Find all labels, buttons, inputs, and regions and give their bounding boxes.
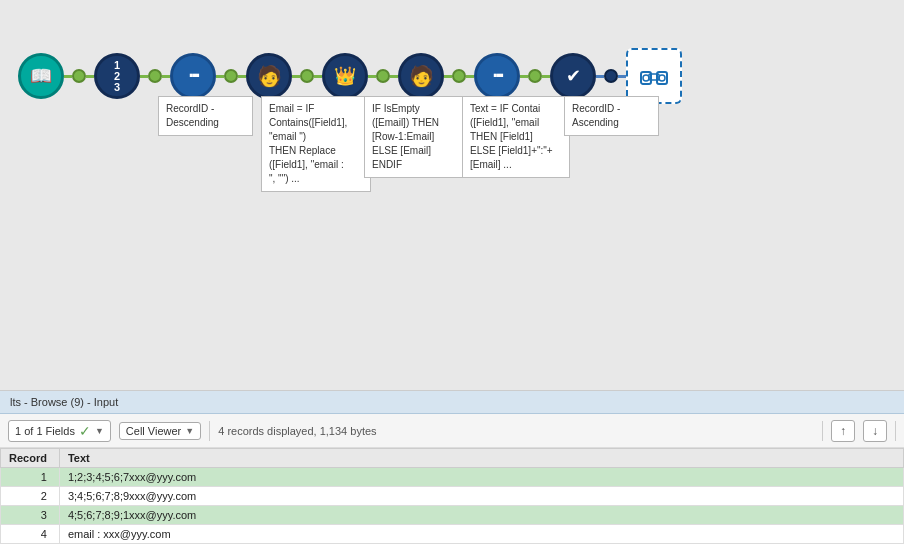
connector-dot: [376, 69, 390, 83]
connector-dot: [224, 69, 238, 83]
dots-icon: ···: [188, 63, 197, 89]
panel-toolbar: 1 of 1 Fields ✓ ▼ Cell Viewer ▼ 4 record…: [0, 414, 904, 448]
cell-text: email : xxx@yyy.com: [59, 525, 903, 544]
workflow-canvas: 📖 123 ··· 🧑: [0, 0, 904, 390]
node-sample1[interactable]: 🧑: [246, 53, 292, 99]
connector-dot2: [604, 69, 618, 83]
tooltip-isempty: IF IsEmpty ([Email]) THEN [Row-1:Email] …: [364, 96, 464, 178]
data-table: Record Text 11;2;3;4;5;6;7xxx@yyy.com23;…: [0, 448, 904, 544]
table-body: 11;2;3;4;5;6;7xxx@yyy.com23;4;5;6;7;8;9x…: [1, 468, 904, 544]
numbers-icon: 123: [114, 60, 120, 93]
column-header-record: Record: [1, 449, 60, 468]
cell-text: 3;4;5;6;7;8;9xxx@yyy.com: [59, 487, 903, 506]
table-row: 11;2;3;4;5;6;7xxx@yyy.com: [1, 468, 904, 487]
toolbar-divider3: [895, 421, 896, 441]
column-header-text: Text: [59, 449, 903, 468]
connector-dot: [72, 69, 86, 83]
cell-record: 3: [1, 506, 60, 525]
viewer-label: Cell Viewer: [126, 425, 181, 437]
binoculars-icon: [639, 64, 669, 88]
tooltip-email-formula: Email = IF Contains([Field1], "email ") …: [261, 96, 371, 192]
book-icon: 📖: [30, 65, 52, 87]
connector-dot: [148, 69, 162, 83]
tooltip-text-formula: Text = IF Contai ([Field1], "email THEN …: [462, 96, 570, 178]
scroll-down-button[interactable]: ↓: [863, 420, 887, 442]
svg-point-3: [643, 75, 649, 81]
connector-dot: [300, 69, 314, 83]
svg-point-4: [659, 75, 665, 81]
cell-text: 1;2;3;4;5;6;7xxx@yyy.com: [59, 468, 903, 487]
node-input[interactable]: 📖: [18, 53, 64, 99]
connector-dot: [452, 69, 466, 83]
results-panel: lts - Browse (9) - Input 1 of 1 Fields ✓…: [0, 390, 904, 551]
node-formula2[interactable]: ···: [474, 53, 520, 99]
viewer-dropdown-arrow: ▼: [185, 426, 194, 436]
table-header-row: Record Text: [1, 449, 904, 468]
node-sample3[interactable]: 🧑: [398, 53, 444, 99]
data-table-container: Record Text 11;2;3;4;5;6;7xxx@yyy.com23;…: [0, 448, 904, 551]
tooltip-recordid-asc: RecordID - Ascending: [564, 96, 659, 136]
fields-button[interactable]: 1 of 1 Fields ✓ ▼: [8, 420, 111, 442]
table-row: 4email : xxx@yyy.com: [1, 525, 904, 544]
person-icon: 🧑: [257, 64, 282, 88]
tooltip-recordid-desc: RecordID - Descending: [158, 96, 253, 136]
cell-viewer-button[interactable]: Cell Viewer ▼: [119, 422, 201, 440]
cell-record: 1: [1, 468, 60, 487]
node-sample2[interactable]: 👑: [322, 53, 368, 99]
scroll-up-button[interactable]: ↑: [831, 420, 855, 442]
table-row: 23;4;5;6;7;8;9xxx@yyy.com: [1, 487, 904, 506]
toolbar-divider: [209, 421, 210, 441]
connector-dot: [528, 69, 542, 83]
records-info: 4 records displayed, 1,134 bytes: [218, 425, 814, 437]
person2-icon: 🧑: [409, 64, 434, 88]
check-icon: ✓: [79, 423, 91, 439]
crown-icon: 👑: [334, 65, 356, 87]
node-recordid-desc[interactable]: 123: [94, 53, 140, 99]
fields-dropdown-arrow: ▼: [95, 426, 104, 436]
dots2-icon: ···: [492, 63, 501, 89]
table-row: 34;5;6;7;8;9;1xxx@yyy.com: [1, 506, 904, 525]
panel-header: lts - Browse (9) - Input: [0, 391, 904, 414]
fields-label: 1 of 1 Fields: [15, 425, 75, 437]
node-check[interactable]: ✔: [550, 53, 596, 99]
node-formula1[interactable]: ···: [170, 53, 216, 99]
panel-title: lts - Browse (9) - Input: [10, 396, 118, 408]
cell-record: 4: [1, 525, 60, 544]
cell-text: 4;5;6;7;8;9;1xxx@yyy.com: [59, 506, 903, 525]
toolbar-divider2: [822, 421, 823, 441]
cell-record: 2: [1, 487, 60, 506]
checkmark-icon: ✔: [566, 65, 581, 87]
